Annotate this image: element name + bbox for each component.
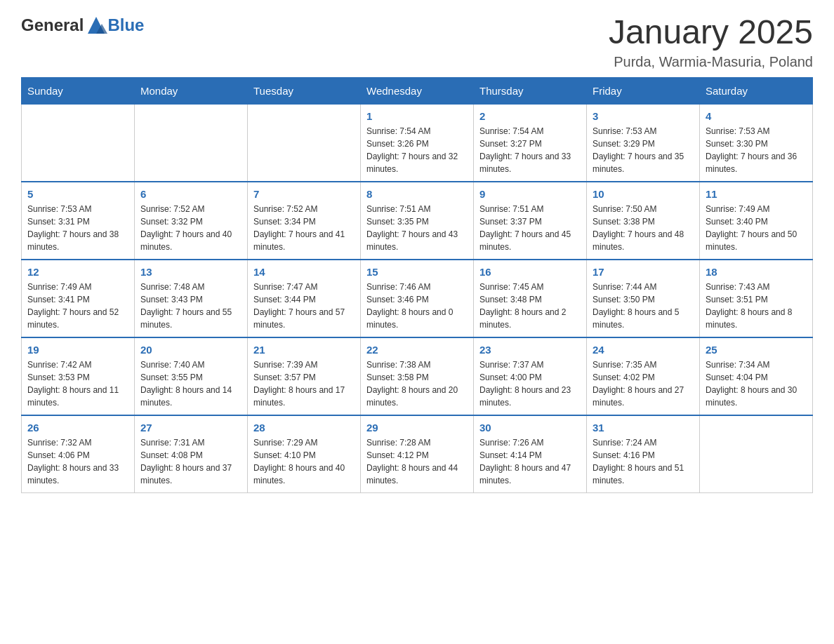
calendar-cell-w4d4: 30Sunrise: 7:26 AMSunset: 4:14 PMDayligh… <box>474 415 587 493</box>
calendar-week-4: 19Sunrise: 7:42 AMSunset: 3:53 PMDayligh… <box>22 337 813 415</box>
day-number: 26 <box>27 422 128 434</box>
day-number: 18 <box>706 266 807 278</box>
location: Purda, Warmia-Masuria, Poland <box>609 54 813 70</box>
day-number: 3 <box>593 110 694 122</box>
header-friday: Friday <box>587 77 700 104</box>
day-number: 10 <box>593 188 694 200</box>
calendar-cell-w3d5: 24Sunrise: 7:35 AMSunset: 4:02 PMDayligh… <box>587 337 700 415</box>
day-info: Sunrise: 7:37 AMSunset: 4:00 PMDaylight:… <box>479 358 581 409</box>
day-info: Sunrise: 7:34 AMSunset: 4:04 PMDaylight:… <box>706 358 807 409</box>
calendar-cell-w4d6 <box>700 415 813 493</box>
day-info: Sunrise: 7:52 AMSunset: 3:34 PMDaylight:… <box>253 203 355 253</box>
calendar-cell-w0d3: 1Sunrise: 7:54 AMSunset: 3:26 PMDaylight… <box>361 104 474 182</box>
title-section: January 2025 Purda, Warmia-Masuria, Pola… <box>609 14 813 70</box>
day-number: 19 <box>27 344 128 356</box>
calendar-cell-w3d3: 22Sunrise: 7:38 AMSunset: 3:58 PMDayligh… <box>361 337 474 415</box>
calendar-cell-w1d2: 7Sunrise: 7:52 AMSunset: 3:34 PMDaylight… <box>248 182 361 260</box>
logo-general: General <box>21 15 84 35</box>
header-thursday: Thursday <box>474 77 587 104</box>
calendar-cell-w1d0: 5Sunrise: 7:53 AMSunset: 3:31 PMDaylight… <box>22 182 135 260</box>
day-info: Sunrise: 7:45 AMSunset: 3:48 PMDaylight:… <box>479 281 581 331</box>
calendar-cell-w2d5: 17Sunrise: 7:44 AMSunset: 3:50 PMDayligh… <box>587 260 700 337</box>
calendar-cell-w3d0: 19Sunrise: 7:42 AMSunset: 3:53 PMDayligh… <box>22 337 135 415</box>
calendar-cell-w4d1: 27Sunrise: 7:31 AMSunset: 4:08 PMDayligh… <box>135 415 248 493</box>
calendar-cell-w2d4: 16Sunrise: 7:45 AMSunset: 3:48 PMDayligh… <box>474 260 587 337</box>
day-info: Sunrise: 7:42 AMSunset: 3:53 PMDaylight:… <box>27 358 128 409</box>
day-number: 1 <box>366 110 468 122</box>
day-info: Sunrise: 7:26 AMSunset: 4:14 PMDaylight:… <box>479 436 581 487</box>
day-number: 25 <box>706 344 807 356</box>
day-number: 24 <box>593 344 694 356</box>
day-number: 2 <box>479 110 581 122</box>
day-info: Sunrise: 7:28 AMSunset: 4:12 PMDaylight:… <box>366 436 468 487</box>
logo-blue: Blue <box>107 15 144 35</box>
header-tuesday: Tuesday <box>248 77 361 104</box>
day-info: Sunrise: 7:50 AMSunset: 3:38 PMDaylight:… <box>593 203 694 253</box>
logo-icon <box>85 14 107 36</box>
calendar-cell-w1d4: 9Sunrise: 7:51 AMSunset: 3:37 PMDaylight… <box>474 182 587 260</box>
calendar-cell-w2d6: 18Sunrise: 7:43 AMSunset: 3:51 PMDayligh… <box>700 260 813 337</box>
day-info: Sunrise: 7:24 AMSunset: 4:16 PMDaylight:… <box>593 436 694 487</box>
calendar-cell-w1d3: 8Sunrise: 7:51 AMSunset: 3:35 PMDaylight… <box>361 182 474 260</box>
day-number: 22 <box>366 344 468 356</box>
day-info: Sunrise: 7:39 AMSunset: 3:57 PMDaylight:… <box>253 358 355 409</box>
calendar-cell-w0d1 <box>135 104 248 182</box>
calendar-title: January 2025 <box>609 14 813 51</box>
calendar-week-3: 12Sunrise: 7:49 AMSunset: 3:41 PMDayligh… <box>22 260 813 337</box>
day-info: Sunrise: 7:47 AMSunset: 3:44 PMDaylight:… <box>253 281 355 331</box>
calendar-table: Sunday Monday Tuesday Wednesday Thursday… <box>21 77 813 493</box>
day-info: Sunrise: 7:31 AMSunset: 4:08 PMDaylight:… <box>140 436 241 487</box>
day-info: Sunrise: 7:53 AMSunset: 3:30 PMDaylight:… <box>706 125 807 175</box>
calendar-week-2: 5Sunrise: 7:53 AMSunset: 3:31 PMDaylight… <box>22 182 813 260</box>
day-number: 9 <box>479 188 581 200</box>
calendar-cell-w0d2 <box>248 104 361 182</box>
calendar-cell-w4d3: 29Sunrise: 7:28 AMSunset: 4:12 PMDayligh… <box>361 415 474 493</box>
header-sunday: Sunday <box>22 77 135 104</box>
calendar-cell-w0d5: 3Sunrise: 7:53 AMSunset: 3:29 PMDaylight… <box>587 104 700 182</box>
day-number: 31 <box>593 422 694 434</box>
calendar-week-1: 1Sunrise: 7:54 AMSunset: 3:26 PMDaylight… <box>22 104 813 182</box>
day-number: 14 <box>253 266 355 278</box>
day-number: 28 <box>253 422 355 434</box>
calendar-body: 1Sunrise: 7:54 AMSunset: 3:26 PMDaylight… <box>22 104 813 492</box>
calendar-cell-w1d5: 10Sunrise: 7:50 AMSunset: 3:38 PMDayligh… <box>587 182 700 260</box>
day-number: 13 <box>140 266 241 278</box>
day-number: 27 <box>140 422 241 434</box>
day-info: Sunrise: 7:51 AMSunset: 3:37 PMDaylight:… <box>479 203 581 253</box>
day-info: Sunrise: 7:54 AMSunset: 3:27 PMDaylight:… <box>479 125 581 175</box>
day-info: Sunrise: 7:46 AMSunset: 3:46 PMDaylight:… <box>366 281 468 331</box>
header-monday: Monday <box>135 77 248 104</box>
day-number: 16 <box>479 266 581 278</box>
calendar-cell-w2d2: 14Sunrise: 7:47 AMSunset: 3:44 PMDayligh… <box>248 260 361 337</box>
calendar-header-row: Sunday Monday Tuesday Wednesday Thursday… <box>22 77 813 104</box>
day-info: Sunrise: 7:53 AMSunset: 3:31 PMDaylight:… <box>27 203 128 253</box>
day-number: 15 <box>366 266 468 278</box>
day-info: Sunrise: 7:52 AMSunset: 3:32 PMDaylight:… <box>140 203 241 253</box>
calendar-cell-w3d1: 20Sunrise: 7:40 AMSunset: 3:55 PMDayligh… <box>135 337 248 415</box>
day-info: Sunrise: 7:43 AMSunset: 3:51 PMDaylight:… <box>706 281 807 331</box>
day-info: Sunrise: 7:48 AMSunset: 3:43 PMDaylight:… <box>140 281 241 331</box>
day-number: 8 <box>366 188 468 200</box>
day-info: Sunrise: 7:53 AMSunset: 3:29 PMDaylight:… <box>593 125 694 175</box>
day-number: 11 <box>706 188 807 200</box>
day-info: Sunrise: 7:49 AMSunset: 3:40 PMDaylight:… <box>706 203 807 253</box>
header-wednesday: Wednesday <box>361 77 474 104</box>
calendar-cell-w4d2: 28Sunrise: 7:29 AMSunset: 4:10 PMDayligh… <box>248 415 361 493</box>
day-info: Sunrise: 7:32 AMSunset: 4:06 PMDaylight:… <box>27 436 128 487</box>
day-info: Sunrise: 7:35 AMSunset: 4:02 PMDaylight:… <box>593 358 694 409</box>
day-info: Sunrise: 7:51 AMSunset: 3:35 PMDaylight:… <box>366 203 468 253</box>
day-number: 20 <box>140 344 241 356</box>
calendar-cell-w0d6: 4Sunrise: 7:53 AMSunset: 3:30 PMDaylight… <box>700 104 813 182</box>
day-number: 21 <box>253 344 355 356</box>
calendar-cell-w3d6: 25Sunrise: 7:34 AMSunset: 4:04 PMDayligh… <box>700 337 813 415</box>
day-info: Sunrise: 7:49 AMSunset: 3:41 PMDaylight:… <box>27 281 128 331</box>
calendar-cell-w1d1: 6Sunrise: 7:52 AMSunset: 3:32 PMDaylight… <box>135 182 248 260</box>
calendar-cell-w2d0: 12Sunrise: 7:49 AMSunset: 3:41 PMDayligh… <box>22 260 135 337</box>
day-number: 30 <box>479 422 581 434</box>
header-saturday: Saturday <box>700 77 813 104</box>
day-number: 6 <box>140 188 241 200</box>
day-number: 23 <box>479 344 581 356</box>
calendar-cell-w4d5: 31Sunrise: 7:24 AMSunset: 4:16 PMDayligh… <box>587 415 700 493</box>
logo: General Blue <box>21 14 144 36</box>
calendar-cell-w0d4: 2Sunrise: 7:54 AMSunset: 3:27 PMDaylight… <box>474 104 587 182</box>
